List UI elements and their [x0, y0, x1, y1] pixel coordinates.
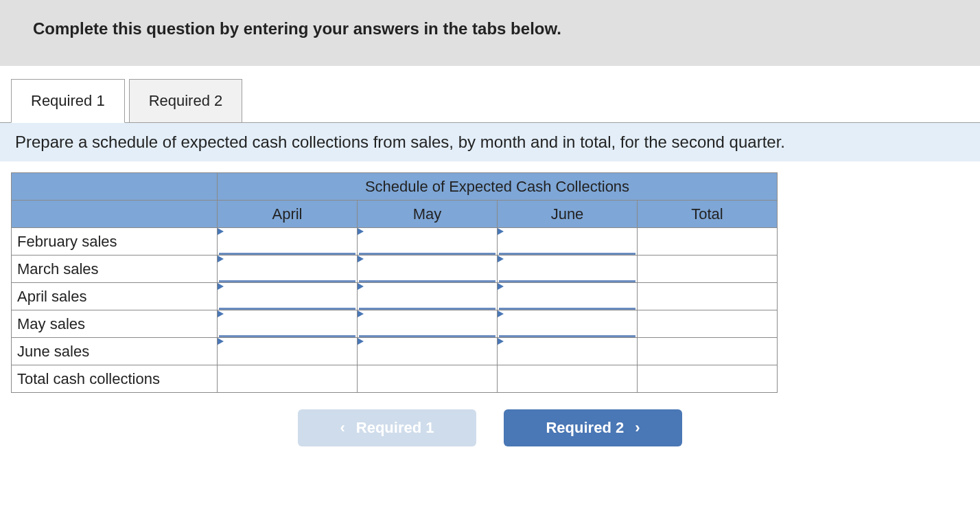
table-totals-row: Total cash collections: [12, 365, 778, 393]
cell-input-mar-april[interactable]: [218, 256, 358, 283]
table-row: May sales: [12, 310, 778, 338]
table-header-may: May: [358, 201, 498, 228]
dropdown-indicator-icon: [218, 283, 224, 290]
tab-label: Required 2: [149, 92, 223, 109]
tabs-row: Required 1 Required 2: [0, 78, 980, 122]
cell-input-jun-june[interactable]: [498, 338, 638, 365]
cell-total-may: [638, 310, 778, 338]
dropdown-indicator-icon: [498, 256, 504, 262]
table-corner-blank: [12, 173, 218, 201]
table-row: April sales: [12, 283, 778, 310]
next-button[interactable]: Required 2 ›: [504, 409, 682, 446]
tab-required-2[interactable]: Required 2: [129, 79, 243, 123]
dropdown-indicator-icon: [218, 256, 224, 262]
cell-total-mar: [638, 256, 778, 283]
cell-input-feb-may[interactable]: [358, 228, 498, 256]
cell-input-feb-april[interactable]: [218, 228, 358, 256]
dropdown-indicator-icon: [498, 283, 504, 290]
table-row: February sales: [12, 228, 778, 256]
cell-input-mar-june[interactable]: [498, 256, 638, 283]
table-header-total: Total: [638, 201, 778, 228]
cell-input-apr-june[interactable]: [498, 283, 638, 310]
dropdown-indicator-icon: [358, 338, 364, 345]
instruction-title: Complete this question by entering your …: [33, 19, 947, 38]
cell-total-feb: [638, 228, 778, 256]
chevron-left-icon: ‹: [340, 419, 345, 437]
cell-input-may-june[interactable]: [498, 310, 638, 338]
cell-input-feb-june[interactable]: [498, 228, 638, 256]
schedule-table: Schedule of Expected Cash Collections Ap…: [11, 172, 778, 393]
dropdown-indicator-icon: [218, 338, 224, 345]
cell-total-apr: [638, 283, 778, 310]
dropdown-indicator-icon: [358, 256, 364, 262]
prev-button-label: Required 1: [356, 419, 434, 437]
cell-input-jun-may[interactable]: [358, 338, 498, 365]
cell-input-jun-april[interactable]: [218, 338, 358, 365]
table-row: March sales: [12, 256, 778, 283]
row-label: June sales: [12, 338, 218, 365]
dropdown-indicator-icon: [358, 283, 364, 290]
table-title: Schedule of Expected Cash Collections: [218, 173, 778, 201]
totals-april: [218, 365, 358, 393]
table-header-april: April: [218, 201, 358, 228]
row-label: April sales: [12, 283, 218, 310]
cell-input-may-may[interactable]: [358, 310, 498, 338]
dropdown-indicator-icon: [498, 228, 504, 235]
dropdown-indicator-icon: [498, 310, 504, 317]
question-prompt: Prepare a schedule of expected cash coll…: [0, 122, 980, 161]
cell-input-mar-may[interactable]: [358, 256, 498, 283]
cell-input-apr-april[interactable]: [218, 283, 358, 310]
chevron-right-icon: ›: [635, 419, 640, 437]
table-header-june: June: [498, 201, 638, 228]
next-button-label: Required 2: [546, 419, 624, 437]
dropdown-indicator-icon: [358, 228, 364, 235]
table-header-blank: [12, 201, 218, 228]
cell-total-jun: [638, 338, 778, 365]
dropdown-indicator-icon: [218, 228, 224, 235]
totals-june: [498, 365, 638, 393]
dropdown-indicator-icon: [498, 338, 504, 345]
instruction-banner: Complete this question by entering your …: [0, 0, 980, 66]
row-label: February sales: [12, 228, 218, 256]
tab-required-1[interactable]: Required 1: [11, 79, 125, 123]
row-label: March sales: [12, 256, 218, 283]
table-row: June sales: [12, 338, 778, 365]
totals-total: [638, 365, 778, 393]
dropdown-indicator-icon: [218, 310, 224, 317]
totals-may: [358, 365, 498, 393]
dropdown-indicator-icon: [358, 310, 364, 317]
nav-buttons: ‹ Required 1 Required 2 ›: [0, 409, 980, 460]
totals-row-label: Total cash collections: [12, 365, 218, 393]
cell-input-may-april[interactable]: [218, 310, 358, 338]
row-label: May sales: [12, 310, 218, 338]
prev-button[interactable]: ‹ Required 1: [298, 409, 476, 446]
tab-label: Required 1: [31, 92, 105, 109]
cell-input-apr-may[interactable]: [358, 283, 498, 310]
